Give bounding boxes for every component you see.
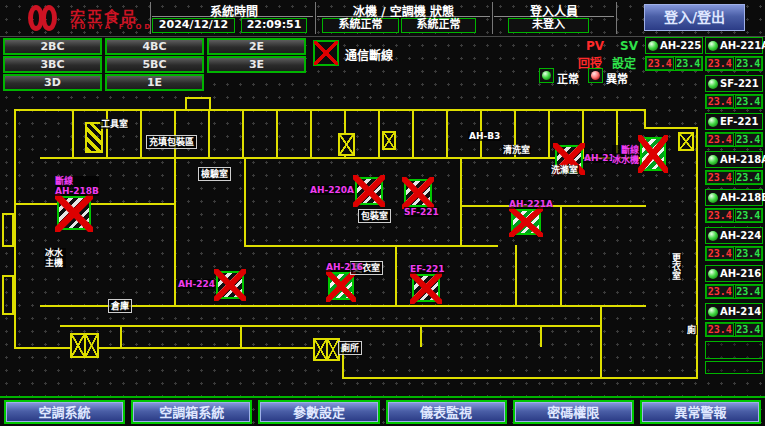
unit-pv-value: 23.4 <box>706 95 734 108</box>
sidebar-unit-ah-218a[interactable]: AH-218A23.423.4 <box>705 151 763 185</box>
floor-button-5bc[interactable]: 5BC <box>105 56 204 73</box>
device-label: 斷線AH-218B <box>55 176 99 196</box>
device-ef-221[interactable]: EF-221 <box>412 274 440 302</box>
floor-button-3e[interactable]: 3E <box>207 56 306 73</box>
nav-button-label: 密碼權限 <box>515 402 632 422</box>
device-ah-224[interactable]: AH-224 <box>216 271 244 299</box>
unit-name: EF-221 <box>720 116 758 127</box>
floor-button-1e[interactable]: 1E <box>105 74 204 91</box>
red-x-icon <box>314 41 338 65</box>
system-date-value: 2024/12/12 <box>152 18 235 33</box>
login-logout-button[interactable]: 登入/登出 <box>644 4 745 31</box>
sv-header: SV <box>620 39 638 53</box>
hmi-screen: 宏亞食品 HUNYA FOODS 系統時間 2024/12/12 22:09:5… <box>0 0 765 426</box>
nav-button-meter-monitor[interactable]: 儀表監視 <box>386 400 507 424</box>
unit-name: AH-218B <box>720 192 765 203</box>
sidebar-unit-ah-221a[interactable]: AH-221A23.423.4 <box>705 37 763 71</box>
unit-pv-value: 23.4 <box>706 285 734 298</box>
unit-sv-value: 23.4 <box>735 323 763 336</box>
device-ah-221a[interactable]: AH-221A <box>511 209 541 235</box>
stairs-icon <box>678 132 694 151</box>
unit-pv-value: 23.4 <box>646 57 674 70</box>
logo-subtitle: HUNYA FOODS <box>71 23 161 31</box>
pv-header: PV <box>586 39 604 53</box>
floor-button-label: 2BC <box>5 40 100 53</box>
unit-sv-value: 23.4 <box>735 171 763 184</box>
unit-name: AH-214 <box>720 306 761 317</box>
floor-button-label: 3E <box>209 58 304 71</box>
floor-button-2e[interactable]: 2E <box>207 38 306 55</box>
status-led-icon <box>708 193 718 203</box>
sidebar-unit-sf-221[interactable]: SF-22123.423.4 <box>705 75 763 109</box>
device-label: AH-220A <box>310 185 354 195</box>
sv-cn-header: 設定 <box>612 54 636 71</box>
stairs-icon <box>338 133 355 156</box>
sidebar-unit-ah-218b[interactable]: AH-218B23.423.4 <box>705 189 763 223</box>
status-led-icon <box>648 41 658 51</box>
floor-button-label: 3D <box>5 76 100 89</box>
nav-button-label: 參數設定 <box>260 402 377 422</box>
room-label: 工具室 <box>100 119 129 129</box>
room-label: 包裝室 <box>358 209 391 223</box>
status-led-icon <box>708 231 718 241</box>
unit-sv-value: 23.4 <box>735 95 763 108</box>
unit-pv-value: 23.4 <box>706 133 734 146</box>
device-label: 斷線冰水機 <box>612 145 639 165</box>
status-led-icon <box>708 269 718 279</box>
sidebar-empty-slot <box>705 361 763 374</box>
device-ah-220a[interactable]: AH-220A <box>355 177 383 205</box>
device--[interactable]: 斷線冰水機 <box>640 137 666 171</box>
stairs-icon <box>70 333 99 358</box>
floor-button-3d[interactable]: 3D <box>3 74 102 91</box>
hunya-logo-icon <box>28 4 62 32</box>
stairs-icon <box>313 338 340 361</box>
floor-button-label: 4BC <box>107 40 202 53</box>
room-label: 廁所 <box>338 341 362 355</box>
device-sf-221[interactable]: SF-221 <box>404 179 432 207</box>
floor-button-2bc[interactable]: 2BC <box>3 38 102 55</box>
nav-button-ac-system[interactable]: 空調系統 <box>4 400 125 424</box>
unit-sv-value: 23.4 <box>735 247 763 260</box>
floor-button-label: 5BC <box>107 58 202 71</box>
unit-name: AH-225 <box>660 40 701 51</box>
abnormal-led-icon <box>588 68 603 83</box>
nav-button-password-auth[interactable]: 密碼權限 <box>513 400 634 424</box>
sidebar-unit-ah-214[interactable]: AH-21423.423.4 <box>705 303 763 337</box>
floor-button-label: 3BC <box>5 58 100 71</box>
nav-button-label: 異常警報 <box>642 402 759 422</box>
status-led-icon <box>708 41 718 51</box>
stairs-icon <box>382 131 396 150</box>
room-label: 充填包裝區 <box>146 135 197 149</box>
device-label: SF-221 <box>404 207 439 217</box>
room-label: 清洗室 <box>502 145 531 155</box>
floor-plan: 工具室充填包裝區檢驗室AH-B3清洗室洗滌室包裝室更衣室更衣室冰水主機倉庫廁所廁… <box>0 93 705 398</box>
nav-button-parameter-setting[interactable]: 參數設定 <box>258 400 379 424</box>
floor-button-3bc[interactable]: 3BC <box>3 56 102 73</box>
unit-name: SF-221 <box>720 78 759 89</box>
unit-name: AH-221A <box>720 40 765 51</box>
device-ah-218b[interactable]: 斷線AH-218B <box>57 196 91 230</box>
floor-button-4bc[interactable]: 4BC <box>105 38 204 55</box>
sidebar-unit-ef-221[interactable]: EF-22123.423.4 <box>705 113 763 147</box>
sidebar-unit-ah-224[interactable]: AH-22423.423.4 <box>705 227 763 261</box>
machine-status-label: 冰機 / 空調機 狀態 <box>317 2 490 19</box>
sidebar-unit-ah-225[interactable]: AH-225 23.4 23.4 <box>645 37 703 71</box>
room-label: AH-B3 <box>468 131 501 141</box>
room-label: 廁 <box>686 325 697 335</box>
room-label: 冰水主機 <box>44 248 66 268</box>
nav-button-ahu-system[interactable]: 空調箱系統 <box>131 400 252 424</box>
sidebar-unit-ah-216[interactable]: AH-21623.423.4 <box>705 265 763 299</box>
device-label: AH-224 <box>178 279 215 289</box>
floor-button-label: 2E <box>209 40 304 53</box>
system-time-label: 系統時間 <box>155 2 313 19</box>
sidebar-empty-slot <box>705 341 763 359</box>
comm-loss-x-icon <box>55 194 93 232</box>
device-ah-216[interactable]: AH-216 <box>328 272 354 300</box>
status-led-icon <box>708 307 718 317</box>
unit-pv-value: 23.4 <box>706 171 734 184</box>
unit-pv-value: 23.4 <box>706 209 734 222</box>
nav-button-alarm[interactable]: 異常警報 <box>640 400 761 424</box>
device-label: EF-221 <box>410 264 445 274</box>
login-user-label: 登入人員 <box>494 2 614 19</box>
unit-sv-value: 23.4 <box>735 209 763 222</box>
